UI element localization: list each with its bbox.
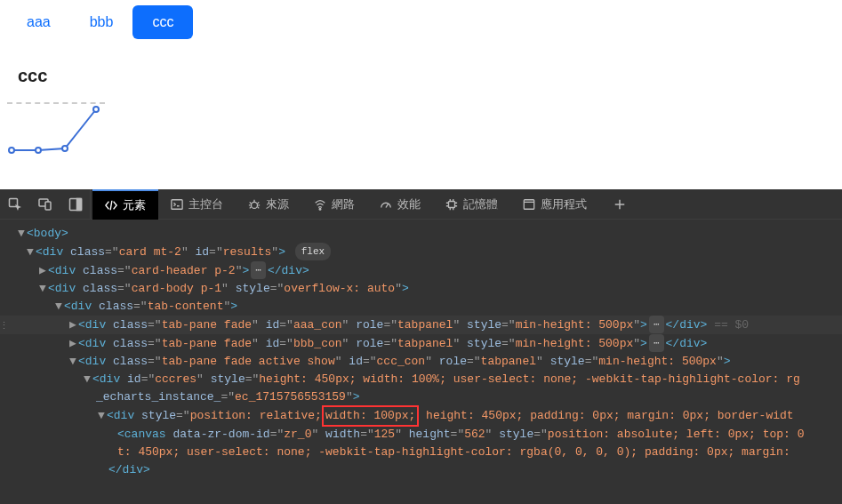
tab-label: 元素 [123, 197, 146, 213]
devtools-tab-network[interactable]: 網路 [301, 189, 367, 220]
dock-side-icon[interactable] [60, 189, 91, 220]
devtools-tab-elements[interactable]: 元素 [92, 189, 158, 220]
dom-node[interactable]: ▼<div class="card mt-2" id="results"> fl… [0, 243, 842, 261]
chip-icon [445, 198, 458, 211]
devtools-tab-console[interactable]: 主控台 [158, 189, 236, 220]
devtools-tab-performance[interactable]: 效能 [367, 189, 433, 220]
tab-content: ccc [0, 39, 842, 189]
svg-point-2 [62, 146, 68, 151]
dom-node-cont[interactable]: _echarts_instance_="ec_1715756553159"> [0, 388, 842, 406]
tab-label: 記憶體 [463, 196, 498, 212]
svg-rect-12 [449, 201, 455, 207]
gauge-icon [380, 198, 392, 211]
dom-node[interactable]: ▼<div class="tab-content"> [0, 298, 842, 316]
devtools-tab-memory[interactable]: 記憶體 [433, 189, 510, 220]
wifi-icon [314, 198, 326, 211]
dom-node[interactable]: <canvas data-zr-dom-id="zr_0" width="125… [0, 426, 842, 444]
svg-rect-13 [524, 199, 533, 209]
dom-node[interactable]: ▶<div class="card-header p-2">⋯</div> [0, 261, 842, 280]
devtools-panel: 元素 主控台 來源 網路 效能 記憶體 應用程式 ▼<bo [0, 189, 842, 504]
window-icon [523, 198, 535, 211]
highlighted-style: width: 100px; [322, 405, 419, 427]
dom-node-cont[interactable]: t: 450px; user-select: none; -webkit-tap… [0, 444, 842, 461]
tab-label: 網路 [332, 196, 355, 212]
tab-label: 效能 [397, 196, 421, 212]
dom-tree[interactable]: ▼<body> ▼<div class="card mt-2" id="resu… [0, 220, 842, 504]
ellipsis-badge[interactable]: ⋯ [649, 316, 664, 333]
dom-node[interactable]: ▶<div class="tab-pane fade" id="bbb_con"… [0, 334, 842, 353]
dom-node[interactable]: ▼<body> [0, 225, 842, 243]
svg-point-1 [36, 148, 41, 153]
dom-node[interactable]: ▼<div class="tab-pane fade active show" … [0, 353, 842, 371]
add-tab-icon[interactable] [605, 189, 635, 220]
svg-point-0 [9, 148, 14, 153]
devtools-tab-sources[interactable]: 來源 [236, 189, 301, 220]
tab-aaa[interactable]: aaa [7, 5, 70, 39]
devtools-tab-application[interactable]: 應用程式 [510, 189, 599, 220]
inspect-element-icon[interactable] [0, 189, 30, 220]
tab-label: 主控台 [188, 196, 223, 212]
dom-node[interactable]: ▼<div id="cccres" style="height: 450px; … [0, 371, 842, 388]
svg-rect-8 [76, 198, 81, 210]
page-tabs: aaa bbb ccc [0, 0, 842, 39]
flex-badge[interactable]: flex [295, 243, 331, 260]
selection-indicator-icon: ⋮ [0, 317, 10, 335]
svg-rect-6 [45, 202, 51, 210]
svg-point-3 [93, 107, 99, 112]
ellipsis-badge[interactable]: ⋯ [251, 261, 266, 279]
tab-label: 來源 [266, 196, 289, 212]
bug-icon [248, 198, 261, 211]
svg-point-11 [319, 208, 321, 210]
tab-bbb[interactable]: bbb [70, 5, 133, 39]
dom-node[interactable]: ▼<div class="card-body p-1" style="overf… [0, 280, 842, 298]
chart-canvas [7, 102, 105, 182]
svg-point-10 [252, 202, 258, 208]
tab-ccc[interactable]: ccc [132, 5, 193, 39]
tab-label: 應用程式 [541, 196, 587, 212]
console-icon [171, 198, 183, 211]
code-icon [105, 199, 117, 212]
devtools-toolbar: 元素 主控台 來源 網路 效能 記憶體 應用程式 [0, 189, 842, 220]
dom-node[interactable]: ▼<div style="position: relative; width: … [0, 406, 842, 426]
dom-node-selected[interactable]: ⋮▶<div class="tab-pane fade" id="aaa_con… [0, 316, 842, 334]
dom-node[interactable]: </div> [0, 461, 842, 479]
device-toggle-icon[interactable] [30, 189, 60, 220]
selected-node-hint: == $0 [714, 318, 749, 332]
svg-rect-9 [172, 199, 182, 209]
content-title: ccc [18, 66, 824, 86]
ellipsis-badge[interactable]: ⋯ [649, 334, 664, 352]
